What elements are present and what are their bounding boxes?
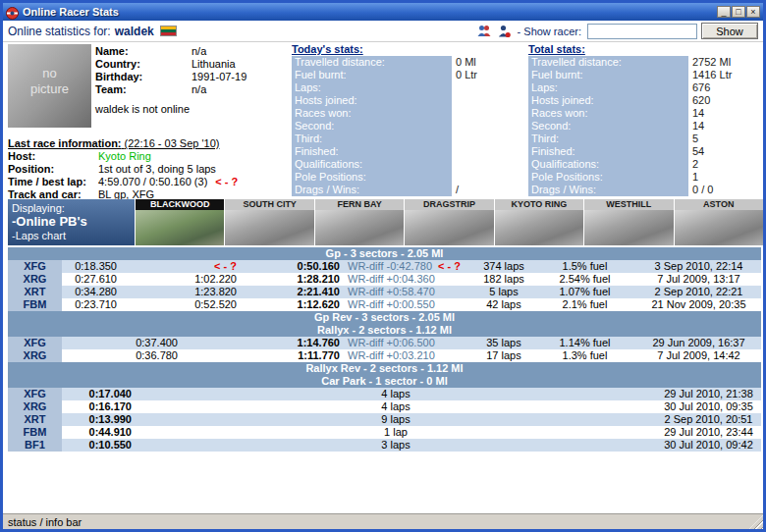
window-title: Online Racer Stats — [23, 6, 119, 18]
displaying-online-pbs[interactable]: -Online PB's — [12, 215, 131, 229]
last-race-title: Last race information: (22:16 - 03 Sep '… — [8, 137, 238, 150]
section-header-gp: Gp - 3 sectors - 2.05 Ml — [8, 247, 761, 260]
profile-picture-placeholder: no picture — [8, 44, 91, 128]
sector1-cell: 0:23.710 — [62, 298, 121, 311]
sector2-cell: 0:52.520 — [121, 298, 241, 311]
show-racer-label: - Show racer: — [518, 26, 581, 37]
sector2-cell: 1:02.220 — [121, 273, 241, 286]
stat-row: Finished: — [292, 145, 532, 158]
displaying-laps-chart[interactable]: -Laps chart — [12, 229, 131, 242]
car-cell: FBM — [8, 426, 62, 439]
lithuania-flag-icon — [160, 26, 177, 36]
table-row: XRT 0:13.990 9 laps 2 Sep 2010, 20:51 — [8, 413, 761, 426]
stat-row: Qualifications:2 — [528, 158, 763, 171]
fuel-cell: 1.14% fuel — [533, 337, 636, 349]
section-header-car-park: Car Park - 1 sector - 0 Ml — [8, 375, 761, 388]
laptime-cell: 0:50.160 — [241, 260, 344, 273]
show-racer-input[interactable] — [587, 24, 697, 39]
total-stats-title: Total stats: — [528, 43, 763, 56]
date-cell: 7 Jul 2009, 13:17 — [636, 273, 761, 286]
show-button[interactable]: Show — [701, 23, 758, 39]
laps-cell: 35 laps — [474, 337, 533, 349]
sector1-cell: 0:27.610 — [62, 273, 121, 286]
profile-fields: Name:n/a Country:Lithuania Birthday:1991… — [95, 45, 246, 96]
fuel-cell: 1.07% fuel — [533, 286, 636, 298]
track-thumb-south-city[interactable]: SOUTH CITY — [225, 199, 313, 245]
todays-stats-title: Today's stats: — [292, 43, 532, 56]
track-thumb-kyoto-ring[interactable]: KYOTO RING — [495, 199, 583, 245]
track-image — [405, 210, 493, 245]
stat-row: Second: — [292, 120, 532, 133]
car-cell: BF1 — [8, 439, 62, 452]
app-icon — [6, 6, 19, 19]
track-thumb-dragstrip[interactable]: DRAGSTRIP — [405, 199, 493, 245]
no-picture-text: no — [8, 66, 91, 81]
table-row: FBM 0:44.910 1 lap 29 Jul 2010, 23:44 — [8, 426, 761, 439]
track-image — [495, 210, 583, 245]
laptime-cell: 1:28.210 — [241, 273, 344, 286]
section-header-gp-rev: Gp Rev - 3 sectors - 2.05 Ml — [8, 311, 761, 324]
laps-cell: 1 lap — [136, 426, 656, 439]
stat-row: Pole Positions: — [292, 171, 532, 184]
track-thumb-fern-bay[interactable]: FERN BAY — [315, 199, 404, 245]
stat-row: Travelled distance:2752 Ml — [528, 56, 763, 69]
maximize-button[interactable]: □ — [732, 6, 745, 18]
status-text: status / info bar — [8, 516, 82, 528]
last-race-host: Host:Kyoto Ring — [8, 150, 238, 163]
racer-search-icon[interactable] — [496, 24, 512, 39]
laps-cell: 4 laps — [136, 388, 656, 400]
laps-cell: 17 laps — [474, 349, 533, 362]
main-content: no picture Name:n/a Country:Lithuania Bi… — [3, 42, 763, 513]
stat-row: Third: — [292, 133, 532, 145]
date-cell: 30 Jul 2010, 09:35 — [656, 400, 761, 413]
sector1-cell: 0:36.780 — [62, 349, 182, 362]
sector2-cell: 1:23.820 — [121, 286, 241, 298]
table-row: XRG 0:27.610 1:02.220 1:28.210 WR-diff +… — [8, 273, 761, 286]
red-annotation: < - ? — [215, 176, 238, 187]
displaying-label: Displaying: — [12, 201, 131, 215]
date-cell: 21 Nov 2009, 20:35 — [636, 298, 761, 311]
wr-diff-cell: WR-diff +0:03.210 — [344, 349, 474, 362]
racers-icon[interactable] — [476, 24, 492, 39]
track-image — [675, 210, 763, 245]
car-cell: XFG — [8, 337, 62, 349]
resize-grip[interactable] — [749, 515, 763, 529]
stat-row: Drags / Wins:/ — [292, 184, 532, 196]
profile-field-birthday: Birthday:1991-07-19 — [95, 71, 246, 83]
track-thumb-aston[interactable]: ASTON — [675, 199, 763, 245]
fuel-cell: 2.1% fuel — [533, 298, 636, 311]
track-thumb-blackwood[interactable]: BLACKWOOD — [136, 199, 224, 245]
car-cell: XFG — [8, 260, 62, 273]
title-bar[interactable]: Online Racer Stats _ □ × — [3, 3, 763, 21]
track-thumb-westhill[interactable]: WESTHILL — [584, 199, 673, 245]
racer-name: waldek — [115, 25, 154, 38]
host-name: Kyoto Ring — [98, 150, 151, 162]
laps-cell: 3 laps — [136, 439, 656, 452]
stat-row: Laps:676 — [528, 81, 763, 94]
table-row: BF1 0:10.550 3 laps 30 Jul 2010, 09:42 — [8, 439, 761, 452]
sector1-cell: 0:18.350 — [62, 260, 121, 273]
laps-cell: 42 laps — [474, 298, 533, 311]
date-cell: 30 Jul 2010, 09:42 — [656, 439, 761, 452]
table-row: XRG 0:36.780 1:11.770 WR-diff +0:03.210 … — [8, 349, 761, 362]
stat-row: Fuel burnt:1416 Ltr — [528, 69, 763, 81]
window-controls: _ □ × — [717, 6, 760, 18]
wr-diff-cell: WR-diff -0:42.780< - ? — [344, 260, 474, 273]
section-header-rallyx-rev: Rallyx Rev - 2 sectors - 1.12 Ml — [8, 362, 761, 375]
close-button[interactable]: × — [746, 6, 760, 18]
laptime-cell: 1:14.760 — [182, 337, 344, 349]
date-cell: 3 Sep 2010, 22:14 — [636, 260, 761, 273]
stat-row: Second:14 — [528, 120, 763, 133]
last-race-timestamp: (22:16 - 03 Sep '10) — [125, 137, 220, 149]
minimize-button[interactable]: _ — [717, 6, 731, 18]
car-cell: FBM — [8, 298, 62, 311]
date-cell: 7 Jul 2009, 14:42 — [636, 349, 761, 362]
stat-row: Races won: — [292, 107, 532, 120]
status-bar: status / info bar — [3, 513, 763, 529]
laptime-cell: 1:11.770 — [182, 349, 344, 362]
profile-field-country: Country:Lithuania — [95, 58, 246, 71]
total-stats-panel: Total stats: Travelled distance:2752 Ml … — [528, 43, 763, 196]
online-status-text: waldek is not online — [95, 103, 190, 116]
table-row: XFG 0:18.350 < - ? 0:50.160 WR-diff -0:4… — [8, 260, 761, 273]
car-cell: XRG — [8, 400, 62, 413]
